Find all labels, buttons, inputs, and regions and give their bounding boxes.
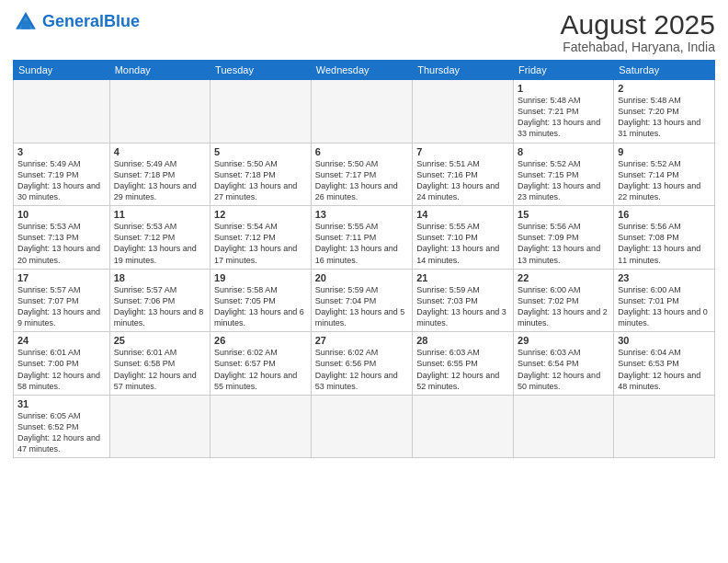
- day-number: 3: [17, 146, 106, 157]
- col-sunday: Sunday: [14, 61, 110, 80]
- svg-rect-2: [21, 20, 29, 29]
- table-row: [109, 395, 210, 458]
- table-row: 10Sunrise: 5:53 AM Sunset: 7:13 PM Dayli…: [14, 206, 110, 270]
- day-info: Sunrise: 5:53 AM Sunset: 7:13 PM Dayligh…: [17, 221, 106, 266]
- table-row: 14Sunrise: 5:55 AM Sunset: 7:10 PM Dayli…: [413, 206, 514, 270]
- logo: GeneralBlue: [13, 9, 140, 35]
- table-row: [614, 395, 715, 458]
- day-info: Sunrise: 5:55 AM Sunset: 7:11 PM Dayligh…: [315, 221, 409, 266]
- table-row: 29Sunrise: 6:03 AM Sunset: 6:54 PM Dayli…: [514, 332, 614, 396]
- calendar-week-row: 24Sunrise: 6:01 AM Sunset: 7:00 PM Dayli…: [14, 332, 715, 396]
- location-title: Fatehabad, Haryana, India: [561, 40, 715, 54]
- logo-icon: [13, 9, 39, 35]
- logo-text: GeneralBlue: [42, 13, 140, 31]
- day-info: Sunrise: 5:54 AM Sunset: 7:12 PM Dayligh…: [214, 221, 307, 266]
- day-info: Sunrise: 5:57 AM Sunset: 7:06 PM Dayligh…: [114, 284, 206, 329]
- day-info: Sunrise: 6:03 AM Sunset: 6:54 PM Dayligh…: [518, 347, 609, 392]
- day-info: Sunrise: 5:52 AM Sunset: 7:15 PM Dayligh…: [518, 158, 609, 203]
- table-row: 15Sunrise: 5:56 AM Sunset: 7:09 PM Dayli…: [514, 206, 614, 270]
- table-row: [109, 80, 210, 144]
- day-info: Sunrise: 6:04 AM Sunset: 6:53 PM Dayligh…: [618, 347, 711, 392]
- table-row: [311, 395, 413, 458]
- calendar-week-row: 1Sunrise: 5:48 AM Sunset: 7:21 PM Daylig…: [14, 80, 715, 144]
- table-row: 7Sunrise: 5:51 AM Sunset: 7:16 PM Daylig…: [413, 143, 514, 206]
- table-row: 19Sunrise: 5:58 AM Sunset: 7:05 PM Dayli…: [210, 269, 312, 332]
- month-title: August 2025: [561, 9, 715, 40]
- day-info: Sunrise: 6:01 AM Sunset: 6:58 PM Dayligh…: [114, 347, 206, 392]
- table-row: [210, 395, 312, 458]
- table-row: 26Sunrise: 6:02 AM Sunset: 6:57 PM Dayli…: [210, 332, 312, 396]
- table-row: 21Sunrise: 5:59 AM Sunset: 7:03 PM Dayli…: [413, 269, 514, 332]
- day-number: 30: [618, 335, 711, 346]
- day-info: Sunrise: 5:52 AM Sunset: 7:14 PM Dayligh…: [618, 158, 711, 203]
- day-number: 6: [315, 146, 409, 157]
- day-number: 27: [315, 335, 409, 346]
- calendar-week-row: 17Sunrise: 5:57 AM Sunset: 7:07 PM Dayli…: [14, 269, 715, 332]
- day-info: Sunrise: 5:49 AM Sunset: 7:18 PM Dayligh…: [114, 158, 206, 203]
- day-number: 18: [114, 272, 206, 283]
- day-info: Sunrise: 6:00 AM Sunset: 7:02 PM Dayligh…: [518, 284, 609, 329]
- table-row: 4Sunrise: 5:49 AM Sunset: 7:18 PM Daylig…: [109, 143, 210, 206]
- day-number: 12: [214, 209, 307, 220]
- table-row: 27Sunrise: 6:02 AM Sunset: 6:56 PM Dayli…: [311, 332, 413, 396]
- day-number: 9: [618, 146, 711, 157]
- day-info: Sunrise: 5:48 AM Sunset: 7:21 PM Dayligh…: [518, 95, 609, 140]
- table-row: 5Sunrise: 5:50 AM Sunset: 7:18 PM Daylig…: [210, 143, 312, 206]
- calendar-week-row: 3Sunrise: 5:49 AM Sunset: 7:19 PM Daylig…: [14, 143, 715, 206]
- day-number: 4: [114, 146, 206, 157]
- table-row: 24Sunrise: 6:01 AM Sunset: 7:00 PM Dayli…: [14, 332, 110, 396]
- day-info: Sunrise: 5:57 AM Sunset: 7:07 PM Dayligh…: [17, 284, 106, 329]
- col-saturday: Saturday: [614, 61, 715, 80]
- table-row: 8Sunrise: 5:52 AM Sunset: 7:15 PM Daylig…: [514, 143, 614, 206]
- table-row: 22Sunrise: 6:00 AM Sunset: 7:02 PM Dayli…: [514, 269, 614, 332]
- day-info: Sunrise: 6:00 AM Sunset: 7:01 PM Dayligh…: [618, 284, 711, 329]
- day-number: 1: [518, 83, 609, 94]
- day-info: Sunrise: 6:03 AM Sunset: 6:55 PM Dayligh…: [416, 347, 509, 392]
- logo-blue: Blue: [104, 12, 140, 30]
- table-row: 31Sunrise: 6:05 AM Sunset: 6:52 PM Dayli…: [14, 395, 110, 458]
- table-row: [413, 395, 514, 458]
- table-row: 16Sunrise: 5:56 AM Sunset: 7:08 PM Dayli…: [614, 206, 715, 270]
- day-number: 22: [518, 272, 609, 283]
- title-area: August 2025 Fatehabad, Haryana, India: [561, 9, 715, 54]
- day-number: 31: [17, 398, 106, 409]
- calendar: Sunday Monday Tuesday Wednesday Thursday…: [13, 60, 715, 458]
- table-row: [413, 80, 514, 144]
- col-monday: Monday: [109, 61, 210, 80]
- day-info: Sunrise: 5:51 AM Sunset: 7:16 PM Dayligh…: [416, 158, 509, 203]
- day-number: 11: [114, 209, 206, 220]
- page: GeneralBlue August 2025 Fatehabad, Harya…: [0, 0, 728, 563]
- day-info: Sunrise: 5:53 AM Sunset: 7:12 PM Dayligh…: [114, 221, 206, 266]
- table-row: 20Sunrise: 5:59 AM Sunset: 7:04 PM Dayli…: [311, 269, 413, 332]
- day-info: Sunrise: 5:56 AM Sunset: 7:08 PM Dayligh…: [618, 221, 711, 266]
- calendar-week-row: 10Sunrise: 5:53 AM Sunset: 7:13 PM Dayli…: [14, 206, 715, 270]
- table-row: 9Sunrise: 5:52 AM Sunset: 7:14 PM Daylig…: [614, 143, 715, 206]
- table-row: [311, 80, 413, 144]
- table-row: [210, 80, 312, 144]
- calendar-week-row: 31Sunrise: 6:05 AM Sunset: 6:52 PM Dayli…: [14, 395, 715, 458]
- col-friday: Friday: [514, 61, 614, 80]
- table-row: 12Sunrise: 5:54 AM Sunset: 7:12 PM Dayli…: [210, 206, 312, 270]
- table-row: 18Sunrise: 5:57 AM Sunset: 7:06 PM Dayli…: [109, 269, 210, 332]
- table-row: 23Sunrise: 6:00 AM Sunset: 7:01 PM Dayli…: [614, 269, 715, 332]
- day-info: Sunrise: 5:55 AM Sunset: 7:10 PM Dayligh…: [416, 221, 509, 266]
- day-number: 16: [618, 209, 711, 220]
- day-number: 13: [315, 209, 409, 220]
- day-info: Sunrise: 6:01 AM Sunset: 7:00 PM Dayligh…: [17, 347, 106, 392]
- day-info: Sunrise: 5:48 AM Sunset: 7:20 PM Dayligh…: [618, 95, 711, 140]
- day-info: Sunrise: 5:56 AM Sunset: 7:09 PM Dayligh…: [518, 221, 609, 266]
- day-info: Sunrise: 5:59 AM Sunset: 7:03 PM Dayligh…: [416, 284, 509, 329]
- day-number: 7: [416, 146, 509, 157]
- table-row: 11Sunrise: 5:53 AM Sunset: 7:12 PM Dayli…: [109, 206, 210, 270]
- day-number: 24: [17, 335, 106, 346]
- day-number: 17: [17, 272, 106, 283]
- col-thursday: Thursday: [413, 61, 514, 80]
- col-tuesday: Tuesday: [210, 61, 312, 80]
- day-number: 15: [518, 209, 609, 220]
- day-number: 10: [17, 209, 106, 220]
- col-wednesday: Wednesday: [311, 61, 413, 80]
- table-row: 17Sunrise: 5:57 AM Sunset: 7:07 PM Dayli…: [14, 269, 110, 332]
- day-info: Sunrise: 5:58 AM Sunset: 7:05 PM Dayligh…: [214, 284, 307, 329]
- day-number: 25: [114, 335, 206, 346]
- day-number: 26: [214, 335, 307, 346]
